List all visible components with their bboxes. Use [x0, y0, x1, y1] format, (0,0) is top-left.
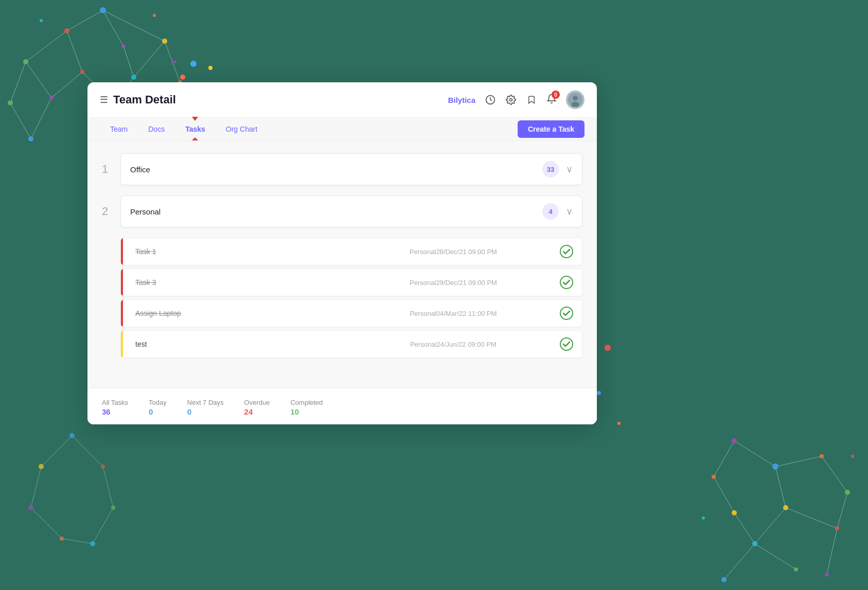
page-title: Team Detail: [113, 93, 176, 106]
task-item-1[interactable]: Task 1 Personal28/Dec/21 09:00 PM: [120, 238, 582, 265]
group-card-personal[interactable]: Personal 4 ∨: [120, 195, 582, 227]
svg-point-22: [80, 70, 84, 74]
svg-line-35: [775, 456, 822, 467]
svg-point-50: [845, 490, 850, 495]
task-content-1: Task 1: [129, 247, 347, 256]
stat-overdue: Overdue 24: [244, 399, 270, 416]
svg-line-41: [827, 528, 837, 575]
task-name-1: Task 1: [135, 247, 156, 256]
avatar[interactable]: [566, 91, 584, 109]
tab-team[interactable]: Team: [100, 118, 138, 140]
svg-point-29: [28, 136, 33, 141]
svg-line-64: [31, 467, 41, 508]
svg-point-32: [40, 19, 43, 22]
chart-icon[interactable]: [485, 94, 496, 105]
svg-point-81: [560, 276, 573, 289]
task-group-personal: 2 Personal 4 ∨: [102, 195, 582, 227]
svg-line-36: [775, 467, 786, 508]
svg-point-57: [712, 475, 716, 479]
stat-value-completed: 10: [290, 407, 323, 416]
notification-badge: 0: [552, 91, 560, 99]
task-check-2: [559, 275, 574, 290]
svg-point-83: [560, 338, 573, 350]
group-name-office: Office: [130, 165, 150, 174]
stat-value-today: 0: [149, 407, 167, 416]
svg-line-4: [67, 31, 82, 72]
stat-today: Today 0: [149, 399, 167, 416]
header-right: Bilytica: [448, 91, 584, 109]
svg-line-9: [51, 72, 82, 98]
svg-point-33: [173, 60, 176, 63]
task-check-3: [559, 306, 574, 320]
stat-label-completed: Completed: [290, 399, 323, 406]
svg-point-72: [28, 505, 33, 510]
svg-line-40: [755, 508, 786, 544]
svg-point-56: [794, 567, 798, 571]
svg-line-5: [165, 41, 180, 82]
svg-point-71: [111, 506, 115, 510]
svg-line-37: [822, 456, 847, 492]
svg-point-18: [64, 28, 69, 33]
notification-button[interactable]: 0: [546, 94, 557, 106]
stat-value-all: 36: [102, 407, 128, 416]
svg-point-74: [90, 541, 95, 546]
task-content-2: Task 3: [129, 278, 347, 287]
svg-point-53: [752, 541, 757, 546]
svg-line-43: [755, 544, 796, 569]
task-items-list: Task 1 Personal28/Dec/21 09:00 PM Task 3…: [120, 238, 582, 358]
header-left: ☰ Team Detail: [100, 93, 176, 106]
svg-line-62: [41, 436, 72, 467]
svg-line-66: [93, 508, 113, 544]
tab-docs[interactable]: Docs: [138, 118, 175, 140]
svg-line-34: [734, 441, 775, 467]
task-date-2: Personal29/Dec/21 09:00 PM: [347, 279, 559, 287]
svg-point-52: [835, 526, 839, 530]
group-card-office[interactable]: Office 33 ∨: [120, 153, 582, 185]
stats-bar: All Tasks 36 Today 0 Next 7 Days 0 Overd…: [87, 388, 597, 424]
svg-point-68: [69, 433, 75, 438]
svg-line-45: [714, 477, 734, 513]
tab-org-chart[interactable]: Org Chart: [216, 118, 268, 140]
task-item-3[interactable]: Assign Laptop Personal04/Mar/22 11:00 PM: [120, 299, 582, 327]
group-number-1: 1: [102, 163, 112, 176]
task-item-2[interactable]: Task 3 Personal29/Dec/21 09:00 PM: [120, 269, 582, 296]
svg-point-69: [101, 464, 105, 469]
svg-line-61: [72, 436, 103, 467]
svg-line-38: [837, 492, 847, 528]
group-count-office: 33: [542, 161, 559, 177]
stat-label-today: Today: [149, 399, 167, 406]
task-date-3: Personal04/Mar/22 11:00 PM: [347, 310, 559, 317]
stat-label-overdue: Overdue: [244, 399, 270, 406]
tab-bar: Team Docs Tasks Org Chart Create a Task: [87, 118, 597, 141]
task-name-3: Assign Laptop: [135, 309, 181, 317]
bookmark-icon[interactable]: [526, 94, 537, 105]
svg-point-26: [49, 96, 54, 100]
main-card: ☰ Team Detail Bilytica: [87, 82, 597, 424]
active-tab-indicator: [192, 117, 198, 121]
task-border-2: [121, 269, 123, 296]
stat-label-next7: Next 7 Days: [187, 399, 224, 406]
chevron-down-personal[interactable]: ∨: [566, 206, 573, 217]
svg-point-48: [772, 463, 778, 470]
group-right-office: 33 ∨: [542, 161, 573, 177]
task-check-1: [559, 244, 574, 259]
svg-point-60: [702, 516, 705, 520]
task-group-office: 1 Office 33 ∨: [102, 153, 582, 185]
chevron-down-office[interactable]: ∨: [566, 164, 573, 175]
svg-point-82: [560, 307, 573, 319]
svg-line-14: [31, 98, 51, 139]
svg-line-42: [724, 544, 755, 580]
settings-icon[interactable]: [505, 94, 517, 105]
task-content-3: Assign Laptop: [129, 309, 347, 318]
svg-line-0: [103, 10, 165, 41]
task-border-3: [121, 300, 123, 327]
svg-line-63: [103, 467, 113, 508]
task-item-4[interactable]: test Personal24/Jun/22 09:00 PM: [120, 330, 582, 358]
svg-point-76: [510, 99, 512, 101]
hamburger-icon[interactable]: ☰: [100, 94, 108, 105]
create-task-button[interactable]: Create a Task: [518, 120, 584, 138]
tab-tasks[interactable]: Tasks: [175, 118, 216, 140]
svg-point-47: [732, 438, 737, 443]
stat-label-all: All Tasks: [102, 399, 128, 406]
group-right-personal: 4 ∨: [542, 203, 573, 220]
